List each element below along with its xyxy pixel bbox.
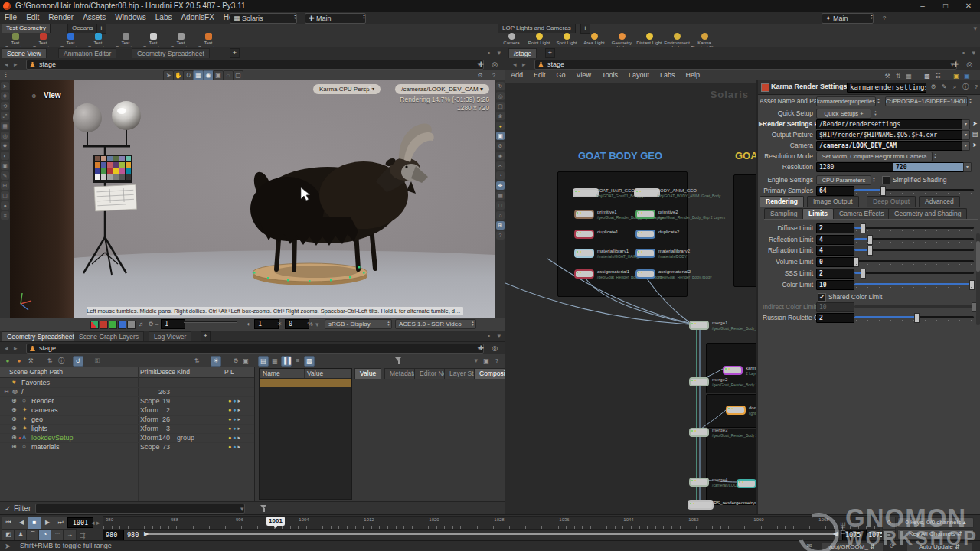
lop-node[interactable]: primitive1 /geo/Goat_Render_Body_Grp 2 L…: [574, 210, 594, 219]
rendersettings-node[interactable]: KRS_rendergeometrysettings: [688, 500, 714, 510]
lop-node[interactable]: duplicate2: [635, 230, 655, 239]
row-state-icons[interactable]: ●●▸: [228, 415, 242, 424]
keys-channels-button[interactable]: 0 keys, 0/0 channels ▴: [897, 517, 974, 528]
shelf-tool[interactable]: Test Geometry: [112, 33, 139, 47]
lop-node[interactable]: assignmaterial2 /geo/Goat_Render_Body /B…: [635, 269, 655, 279]
frame-step-back-icon[interactable]: ◂: [91, 519, 95, 527]
param-value-field[interactable]: 4: [816, 246, 854, 256]
inspector-tab[interactable]: Composition: [474, 368, 506, 379]
tool-icon[interactable]: ✥: [1, 92, 9, 100]
tool-icon[interactable]: ◎: [1, 132, 9, 140]
tool-icon[interactable]: ⟲: [1, 102, 9, 110]
view-menu-icon[interactable]: ⚙: [30, 92, 38, 100]
wrench-icon[interactable]: ⚒: [25, 356, 36, 367]
grid-view-icon[interactable]: ▩: [304, 356, 315, 367]
dropdown-icon[interactable]: ▾: [474, 357, 478, 364]
ocio-dropdown[interactable]: ACES 1.0 - SDR Video: [395, 319, 476, 329]
help-icon[interactable]: ?: [488, 70, 499, 81]
lop-node[interactable]: duplicate1: [574, 230, 594, 239]
quick-setup-spinner[interactable]: [873, 109, 878, 119]
col-kind[interactable]: Kind: [177, 367, 190, 377]
shelf-tool[interactable]: Test Geometry: [2, 33, 29, 47]
prim-name[interactable]: /: [21, 387, 24, 396]
dropdown-icon[interactable]: ▾: [315, 321, 319, 328]
main-selector-spinner[interactable]: [361, 12, 367, 23]
contrast-icon[interactable]: ◐: [243, 319, 254, 330]
viewport-tool-icon[interactable]: ➤: [163, 70, 174, 81]
update-mode-dropdown[interactable]: Auto Update ⇵: [906, 542, 972, 551]
menu-item[interactable]: Assets: [78, 12, 110, 22]
lop-node[interactable]: GOAT_HAIR_GEO /obj/GOAT_Goat01_Body_grp: [573, 188, 599, 197]
row-state-icons[interactable]: ●●▸: [228, 396, 242, 406]
pane-menu-icon[interactable]: ▾: [497, 332, 501, 340]
expander-icon[interactable]: ⊕: [11, 442, 17, 452]
param-value-field[interactable]: 2: [816, 269, 854, 279]
list-view-icon[interactable]: ▤: [258, 356, 269, 367]
playhead[interactable]: 1001: [266, 517, 285, 526]
prim-icon[interactable]: ●: [2, 356, 13, 367]
tab[interactable]: Advanced: [919, 196, 960, 207]
back-icon[interactable]: ◂: [5, 344, 8, 352]
channel-red-icon[interactable]: [100, 321, 108, 329]
name-value-table[interactable]: Name Value: [259, 368, 352, 500]
asset-path-button[interactable]: C:/PROGRA~1/SIDEEF~1/HOUDIN~1.48: [885, 96, 968, 106]
tool-icon[interactable]: ⤢: [1, 112, 9, 120]
display-option-icon[interactable]: ◔: [496, 171, 505, 180]
expander-icon[interactable]: ⊖: [4, 387, 9, 396]
display-option-icon[interactable]: ?: [496, 231, 505, 240]
stage-path-field[interactable]: stage ▾: [26, 60, 484, 70]
param-slider[interactable]: [854, 283, 974, 285]
info-icon[interactable]: ⓘ: [56, 356, 67, 367]
minimize-button[interactable]: –: [911, 0, 934, 12]
merge-node[interactable]: merge1 /geo/Goat_Render_Body_GoatHair 2 …: [689, 321, 709, 330]
gear-icon[interactable]: ⚙: [230, 356, 241, 367]
network-canvas[interactable]: Solaris GOAT BODY GEO GOAT GOAT_: [505, 83, 756, 514]
netbox-title-goat-groom[interactable]: GOAT: [735, 150, 756, 161]
range-handle-right[interactable]: ◀: [833, 530, 838, 537]
display-option-icon[interactable]: ▦: [496, 191, 505, 200]
transport-button[interactable]: ◀: [15, 517, 28, 530]
pane-tab[interactable]: Geometry Spreadsheet: [2, 331, 80, 341]
pane-add-tab[interactable]: +: [230, 48, 240, 58]
material-icon[interactable]: ●: [14, 356, 24, 367]
expander-icon[interactable]: ⊕: [11, 396, 17, 406]
display-option-icon[interactable]: ●: [496, 122, 505, 130]
menu-item[interactable]: Labs: [151, 12, 177, 22]
col-scene-graph-path[interactable]: Scene Graph Path: [9, 367, 63, 377]
shelf-tool[interactable]: Area Light: [580, 33, 608, 47]
engine-spinner[interactable]: [871, 175, 877, 186]
tool-icon[interactable]: ◫: [1, 191, 9, 200]
viewport-tool-icon[interactable]: ◌: [223, 70, 234, 81]
main-selector[interactable]: ✚ Main: [305, 13, 366, 24]
network-box[interactable]: [733, 174, 756, 287]
network-editor[interactable]: AddEditGoViewToolsLayoutLabsHelp ⚒ ⇅ ▦ ▩…: [505, 70, 756, 514]
table-row[interactable]: ⊕ ○ materials Scope 73 ●●▸: [0, 442, 254, 452]
display-option-icon[interactable]: ▢: [496, 102, 505, 110]
col-descendants[interactable]: Desce: [157, 367, 175, 377]
primary-samples-field[interactable]: 64: [816, 186, 854, 196]
help-icon[interactable]: ?: [492, 356, 502, 367]
col-name[interactable]: Name: [263, 369, 280, 378]
link-icon[interactable]: ◎: [492, 344, 498, 352]
menu-item[interactable]: Tools: [596, 70, 623, 80]
timeline-ruler[interactable]: 9809889961004101210201028103610441052106…: [103, 516, 880, 530]
pane-tab[interactable]: Animation Editor: [58, 48, 116, 58]
row-state-icons[interactable]: ●●▸: [228, 433, 242, 442]
shelf-overflow-icon[interactable]: ▾: [973, 24, 977, 32]
expander-icon[interactable]: ⊕: [11, 406, 17, 415]
display-option-icon[interactable]: ◈: [496, 152, 505, 160]
desktop-selector[interactable]: ▦ Solaris: [230, 13, 297, 24]
shared-color-checkbox[interactable]: ✔: [818, 293, 826, 302]
link-icon[interactable]: ◎: [492, 60, 498, 68]
stage-tab[interactable]: /stage: [508, 48, 537, 58]
lop-node[interactable]: assignmaterial1 /geo/Goat_Render_Body_Go…: [574, 269, 594, 279]
gear-icon[interactable]: ⚙: [928, 82, 939, 93]
stage-path-field[interactable]: stage ▾: [26, 344, 484, 354]
display-option-icon[interactable]: ○: [496, 211, 505, 220]
scrollbar[interactable]: [976, 233, 980, 325]
pane-tab[interactable]: Scene Graph Layers: [74, 331, 144, 341]
pin-icon[interactable]: ✚: [478, 60, 484, 68]
transport-button[interactable]: ▶: [41, 517, 54, 530]
expander-icon[interactable]: ⊕: [11, 433, 17, 442]
asset-path-spinner[interactable]: [968, 96, 973, 107]
